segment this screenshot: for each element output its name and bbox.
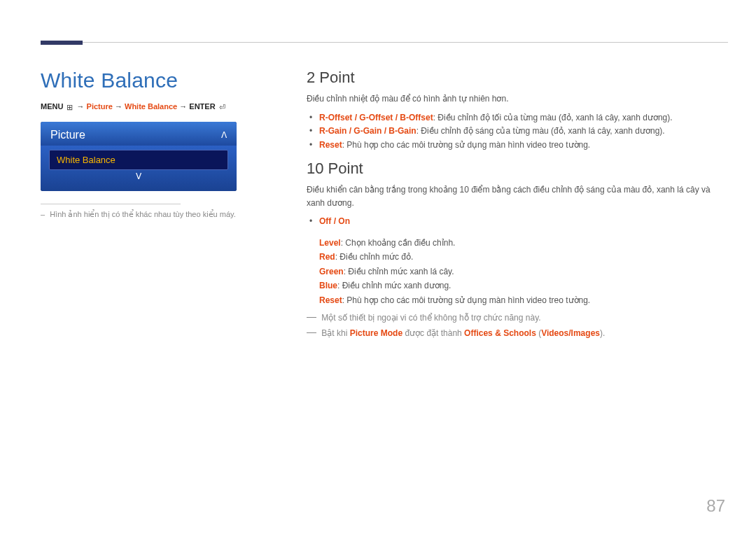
- note-2-mid: được đặt thành: [402, 328, 464, 338]
- list-item-desc: : Điều chỉnh độ sáng của từng màu (đỏ, x…: [416, 126, 665, 136]
- note-2-paren-close: ).: [600, 328, 605, 338]
- chevron-up-icon[interactable]: ᐱ: [221, 129, 227, 141]
- def-desc: : Chọn khoảng cần điều chỉnh.: [341, 238, 456, 248]
- list-item: R-Offset / G-Offset / B-Offset: Điều chỉ…: [309, 111, 728, 125]
- def-row: Red: Điều chỉnh mức đỏ.: [319, 250, 728, 264]
- left-column: White Balance MENU ⊞ → Picture → White B…: [41, 63, 279, 506]
- def-desc: : Phù hợp cho các môi trường sử dụng màn…: [342, 295, 591, 305]
- note-1-text: Một số thiết bị ngoại vi có thể không hỗ…: [321, 313, 540, 323]
- heading-10-point: 10 Point: [307, 160, 728, 178]
- note-2-pre: Bật khi: [321, 328, 349, 338]
- def-desc: : Điều chỉnh mức đỏ.: [335, 252, 414, 262]
- menu-path: MENU ⊞ → Picture → White Balance → ENTER…: [41, 102, 279, 112]
- page-number: 87: [706, 496, 725, 516]
- em-dash-icon: [307, 317, 316, 318]
- def-row: Reset: Phù hợp cho các môi trường sử dụn…: [319, 293, 728, 307]
- page-content: White Balance MENU ⊞ → Picture → White B…: [41, 63, 728, 506]
- note-2: Bật khi Picture Mode được đặt thành Offi…: [307, 328, 728, 338]
- osd-menu-header: Picture ᐱ: [41, 122, 237, 146]
- list-item-desc: : Điều chỉnh độ tối của từng màu (đỏ, xa…: [433, 113, 673, 122]
- def-row: Blue: Điều chỉnh mức xanh dương.: [319, 279, 728, 293]
- header-top-rule: [83, 42, 728, 43]
- list-item-label: R-Gain / G-Gain / B-Gain: [319, 126, 416, 136]
- osd-selected-item[interactable]: White Balance: [49, 150, 228, 170]
- left-footnote-text: Hình ảnh hiển thị có thể khác nhau tùy t…: [50, 210, 236, 218]
- def-label: Red: [319, 252, 335, 262]
- def-label: Level: [319, 238, 341, 248]
- off-on-label: Off / On: [319, 216, 350, 226]
- list-item: Reset: Phù hợp cho các môi trường sử dụn…: [309, 139, 728, 153]
- osd-menu-title: Picture: [50, 129, 85, 141]
- chevron-down-icon[interactable]: ᐯ: [49, 170, 228, 183]
- left-separator: [41, 204, 181, 204]
- note-2-videos-images: Videos/Images: [541, 328, 600, 338]
- def-label: Green: [319, 267, 344, 276]
- list-item: Off / On: [309, 215, 728, 229]
- list-item-label: Reset: [319, 140, 342, 150]
- header-accent-bar: [41, 41, 83, 45]
- heading-2-point: 2 Point: [307, 69, 728, 87]
- note-2-offices-schools: Offices & Schools: [464, 328, 536, 338]
- def-label: Reset: [319, 295, 342, 305]
- osd-menu-body: White Balance ᐯ: [41, 146, 237, 191]
- menu-path-menu: MENU: [41, 102, 63, 111]
- right-column: 2 Point Điều chỉnh nhiệt độ màu để có hì…: [307, 63, 728, 506]
- def-row: Green: Điều chỉnh mức xanh lá cây.: [319, 265, 728, 279]
- ten-point-intro: Điều khiển cân bằng trắng trong khoảng 1…: [307, 183, 728, 209]
- menu-icon: ⊞: [66, 103, 73, 112]
- def-label: Blue: [319, 281, 337, 290]
- left-footnote: – Hình ảnh hiển thị có thể khác nhau tùy…: [41, 210, 279, 219]
- two-point-list: R-Offset / G-Offset / B-Offset: Điều chỉ…: [307, 111, 728, 153]
- enter-icon: ⏎: [219, 103, 225, 112]
- em-dash-icon: [307, 332, 316, 333]
- page-title: White Balance: [41, 69, 279, 92]
- arrow-icon: →: [115, 102, 122, 111]
- note-1: Một số thiết bị ngoại vi có thể không hỗ…: [307, 313, 728, 323]
- def-desc: : Điều chỉnh mức xanh lá cây.: [344, 267, 454, 276]
- menu-path-enter: ENTER: [189, 102, 215, 111]
- ten-point-definitions: Level: Chọn khoảng cần điều chỉnh. Red: …: [319, 236, 728, 307]
- osd-menu-card: Picture ᐱ White Balance ᐯ: [41, 122, 237, 191]
- list-item-desc: : Phù hợp cho các môi trường sử dụng màn…: [342, 140, 591, 150]
- note-2-picture-mode: Picture Mode: [350, 328, 402, 338]
- arrow-icon: →: [179, 102, 187, 111]
- def-row: Level: Chọn khoảng cần điều chỉnh.: [319, 236, 728, 250]
- menu-path-picture: Picture: [87, 102, 113, 111]
- menu-path-whitebalance: White Balance: [125, 102, 177, 111]
- list-item: R-Gain / G-Gain / B-Gain: Điều chỉnh độ …: [309, 125, 728, 139]
- two-point-intro: Điều chỉnh nhiệt độ màu để có hình ảnh t…: [307, 92, 728, 106]
- list-item-label: R-Offset / G-Offset / B-Offset: [319, 113, 433, 122]
- def-desc: : Điều chỉnh mức xanh dương.: [337, 281, 451, 290]
- arrow-icon: →: [77, 102, 85, 111]
- ten-point-offon: Off / On: [307, 215, 728, 229]
